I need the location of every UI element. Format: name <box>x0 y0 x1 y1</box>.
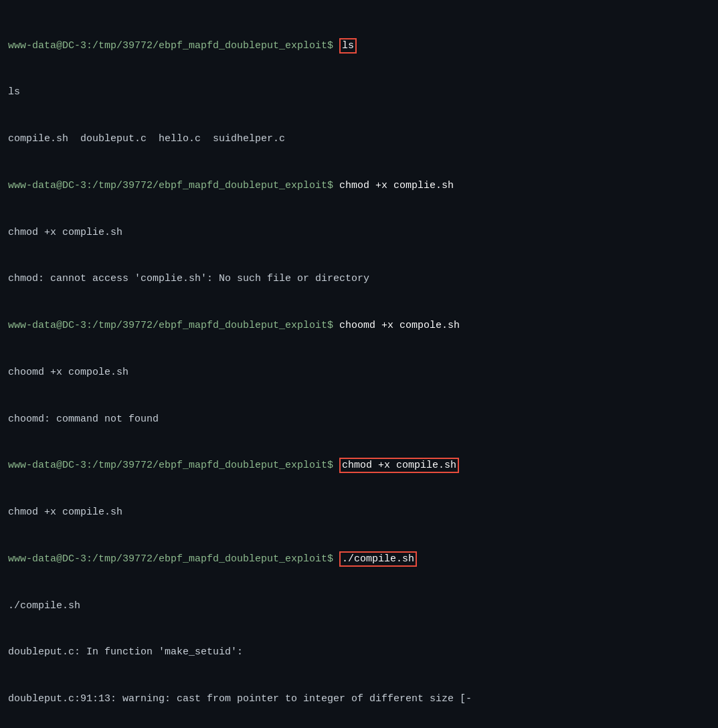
line-4: www-data@DC-3:/tmp/39772/ebpf_mapfd_doub… <box>8 178 710 193</box>
line-1: www-data@DC-3:/tmp/39772/ebpf_mapfd_doub… <box>8 38 710 54</box>
prompt-2: www-data@DC-3:/tmp/39772/ebpf_mapfd_doub… <box>8 180 339 191</box>
command-chmod-complie: chmod +x complie.sh <box>339 180 454 191</box>
output-files-1: compile.sh doubleput.c hello.c suidhelpe… <box>8 133 285 145</box>
command-chmod-compile: chmod +x compile.sh <box>339 458 459 473</box>
line-3: compile.sh doubleput.c hello.c suidhelpe… <box>8 131 710 147</box>
prompt-5: www-data@DC-3:/tmp/39772/ebpf_mapfd_doub… <box>8 553 339 565</box>
output-compile-echo: ./compile.sh <box>8 600 80 612</box>
line-6: chmod: cannot access 'complie.sh': No su… <box>8 271 710 286</box>
terminal-output: www-data@DC-3:/tmp/39772/ebpf_mapfd_doub… <box>8 7 710 728</box>
prompt-3: www-data@DC-3:/tmp/39772/ebpf_mapfd_doub… <box>8 320 339 331</box>
output-chmod-compile-echo: chmod +x compile.sh <box>8 507 122 518</box>
prompt-4: www-data@DC-3:/tmp/39772/ebpf_mapfd_doub… <box>8 460 339 471</box>
output-chmod-error: chmod: cannot access 'complie.sh': No su… <box>8 273 369 284</box>
output-chmod-complie-echo: chmod +x complie.sh <box>8 227 122 238</box>
command-ls-1: ls <box>339 38 357 54</box>
line-2: ls <box>8 84 710 100</box>
line-11: chmod +x compile.sh <box>8 505 710 520</box>
line-12: www-data@DC-3:/tmp/39772/ebpf_mapfd_doub… <box>8 551 710 567</box>
line-9: choomd: command not found <box>8 412 710 427</box>
output-choomd-error: choomd: command not found <box>8 414 159 425</box>
prompt: www-data@DC-3:/tmp/39772/ebpf_mapfd_doub… <box>8 40 339 52</box>
line-10: www-data@DC-3:/tmp/39772/ebpf_mapfd_doub… <box>8 458 710 473</box>
line-5: chmod +x complie.sh <box>8 225 710 240</box>
command-compile-sh: ./compile.sh <box>339 551 417 567</box>
output-choomd-echo: choomd +x compole.sh <box>8 367 128 378</box>
command-choomd: choomd +x compole.sh <box>339 320 460 331</box>
line-15: doubleput.c:91:13: warning: cast from po… <box>8 691 710 707</box>
line-13: ./compile.sh <box>8 598 710 614</box>
output-make-setuid: doubleput.c: In function 'make_setuid': <box>8 646 243 658</box>
line-14: doubleput.c: In function 'make_setuid': <box>8 644 710 660</box>
output-ls-echo: ls <box>8 86 20 98</box>
output-warning-1a: doubleput.c:91:13: warning: cast from po… <box>8 693 472 705</box>
line-7: www-data@DC-3:/tmp/39772/ebpf_mapfd_doub… <box>8 318 710 333</box>
line-8: choomd +x compole.sh <box>8 365 710 380</box>
